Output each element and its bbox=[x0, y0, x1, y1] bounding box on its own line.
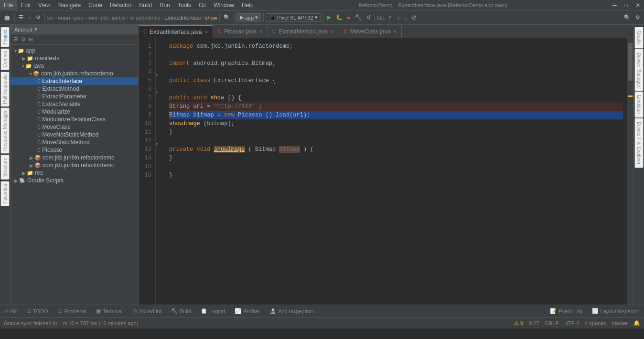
fold-btn-5[interactable]: ▾ bbox=[156, 73, 158, 78]
tab-extractinterface[interactable]: C ExtractInterface.java × bbox=[139, 25, 213, 38]
bottom-tab-app-inspection[interactable]: 🔬 App Inspection bbox=[265, 305, 318, 318]
sync-button[interactable]: ↺ bbox=[365, 13, 373, 21]
sidebar-item-resource-manager[interactable]: Resource Manager bbox=[0, 107, 10, 154]
status-line-ending[interactable]: CRLF bbox=[545, 320, 558, 326]
menu-file[interactable]: File bbox=[0, 0, 17, 11]
git-history-btn[interactable]: ⏱ bbox=[410, 14, 419, 21]
tree-item-pkg2[interactable]: ▶ 📦 com.jkb.junbin.refactordemo bbox=[11, 154, 138, 161]
bottom-tab-logcat[interactable]: 📋 Logcat bbox=[196, 305, 230, 318]
menu-git[interactable]: Git bbox=[195, 0, 210, 11]
status-branch[interactable]: master bbox=[612, 320, 628, 326]
tree-item-modularize[interactable]: C Modularize bbox=[11, 108, 138, 116]
window-minimize[interactable]: ─ bbox=[609, 0, 621, 11]
bottom-tab-profiler[interactable]: 📈 Profiler bbox=[230, 305, 265, 318]
tree-arrow-pkg1[interactable]: ▾ bbox=[30, 71, 32, 76]
menu-view[interactable]: View bbox=[34, 0, 54, 11]
tab-close-extractinterface[interactable]: × bbox=[205, 29, 208, 35]
menu-build[interactable]: Build bbox=[135, 0, 156, 11]
window-close[interactable]: ✕ bbox=[632, 0, 644, 11]
tree-item-extractinterface[interactable]: C ExtractInterface bbox=[11, 77, 138, 85]
tree-item-movestaticmethod[interactable]: C MoveStaticMethod bbox=[11, 138, 138, 146]
panel-toolbar-btn1[interactable]: ☰ bbox=[12, 35, 19, 43]
panel-toolbar-btn2[interactable]: ⚙ bbox=[20, 35, 27, 43]
tab-close-picasso[interactable]: × bbox=[259, 29, 262, 34]
tree-item-app[interactable]: ▾ 📁 app bbox=[11, 47, 138, 54]
tab-moveclass[interactable]: C MoveClass.java × bbox=[339, 25, 402, 38]
toolbar-settings-icon[interactable]: ⚙ bbox=[34, 13, 43, 21]
right-panel-gradle[interactable]: Gradle bbox=[634, 27, 644, 49]
scrollbar-thumb[interactable] bbox=[628, 43, 633, 81]
status-encoding[interactable]: UTF-8 bbox=[564, 320, 579, 326]
code-editor[interactable]: 1 2 3 4 5 6 7 8 9 10 11 12 13 14 15 16 ▾… bbox=[139, 38, 633, 305]
menu-edit[interactable]: Edit bbox=[17, 0, 34, 11]
tree-item-extractparameter[interactable]: C ExtractParameter bbox=[11, 93, 138, 100]
breadcrumb-main[interactable]: main bbox=[58, 15, 70, 21]
window-maximize[interactable]: □ bbox=[621, 0, 632, 11]
bottom-tab-event-log[interactable]: 📝 Event Log bbox=[545, 305, 587, 318]
tree-arrow-pkg2[interactable]: ▶ bbox=[30, 155, 33, 160]
stop-button[interactable]: ■ bbox=[345, 14, 353, 21]
breadcrumb-junbin[interactable]: junbin bbox=[112, 15, 126, 21]
git-pull-btn[interactable]: ↓ bbox=[403, 14, 409, 21]
tree-item-manifests[interactable]: ▶ 📁 manifests bbox=[11, 54, 138, 62]
tree-arrow-manifests[interactable]: ▶ bbox=[22, 56, 26, 61]
tab-extractmethod[interactable]: C ExtractMethod.java × bbox=[268, 25, 339, 38]
tree-item-pkg1[interactable]: ▾ 📦 com.jkb.junbin.refactordemo bbox=[11, 70, 138, 77]
tree-item-gradle[interactable]: ▶ 🐘 Gradle Scripts bbox=[11, 177, 138, 184]
sidebar-item-commit[interactable]: Commit bbox=[0, 48, 10, 70]
status-position[interactable]: 9:27 bbox=[529, 320, 539, 326]
breadcrumb-src[interactable]: src bbox=[47, 15, 54, 21]
tree-item-java[interactable]: ▾ 📁 java bbox=[11, 62, 138, 70]
tree-item-modularizerelation[interactable]: C ModularizeRelationClass bbox=[11, 116, 138, 123]
fold-btn-13[interactable]: ▾ bbox=[156, 141, 158, 147]
breadcrumb-extract-interface[interactable]: ExtractInterface bbox=[164, 15, 201, 21]
right-panel-emulator[interactable]: Emulator bbox=[634, 91, 644, 118]
app-dropdown[interactable]: ▶ app ▾ bbox=[236, 13, 261, 21]
bottom-tab-sonarlint[interactable]: ◎ SonarLint bbox=[128, 305, 166, 318]
menu-navigate[interactable]: Navigate bbox=[54, 0, 85, 11]
search-everywhere-btn[interactable]: 🔍 bbox=[622, 13, 633, 21]
tree-item-extractmethod[interactable]: C ExtractMethod bbox=[11, 85, 138, 93]
warnings-badge[interactable]: ⚠ 5 bbox=[514, 320, 523, 326]
breadcrumb-show[interactable]: show bbox=[205, 15, 217, 21]
tab-picasso[interactable]: C Picasso.java × bbox=[213, 25, 268, 38]
bottom-tab-todo[interactable]: ☑ TODO bbox=[21, 305, 53, 318]
panel-toolbar-btn3[interactable]: ⊞ bbox=[28, 35, 34, 43]
bottom-tab-build[interactable]: 🔨 Build bbox=[166, 305, 196, 318]
menu-code[interactable]: Code bbox=[85, 0, 106, 11]
debug-button[interactable]: 🐛 bbox=[334, 13, 344, 21]
git-commit-btn[interactable]: ✓ bbox=[386, 13, 394, 21]
menu-tools[interactable]: Tools bbox=[174, 0, 195, 11]
tree-arrow-pkg3[interactable]: ▶ bbox=[30, 163, 33, 168]
tree-item-res[interactable]: ▶ 📁 res bbox=[11, 169, 138, 177]
tree-arrow-res[interactable]: ▶ bbox=[22, 170, 26, 176]
bottom-tab-terminal[interactable]: ▣ Terminal bbox=[91, 305, 128, 318]
menu-window[interactable]: Window bbox=[210, 0, 238, 11]
status-indent[interactable]: 4 spaces bbox=[585, 320, 606, 326]
build-button[interactable]: 🔨 bbox=[353, 13, 364, 21]
sidebar-item-pull-requests[interactable]: Pull Requests bbox=[0, 72, 10, 107]
menu-help[interactable]: Help bbox=[238, 0, 258, 11]
tab-close-moveclass[interactable]: × bbox=[393, 29, 396, 34]
bottom-tab-git[interactable]: ⑂ Git bbox=[0, 305, 21, 318]
breadcrumb-refactordemo[interactable]: refactordemo bbox=[129, 15, 161, 21]
status-notifications[interactable]: 🔔 bbox=[633, 320, 640, 326]
tree-item-pkg3[interactable]: ▶ 📦 com.jkb.junbin.refactordemo bbox=[11, 161, 138, 169]
toolbar-android-icon[interactable]: 🤖 bbox=[2, 13, 12, 21]
bottom-tab-problems[interactable]: ⚠ Problems bbox=[53, 305, 91, 318]
run-button[interactable]: ▶ bbox=[325, 13, 333, 21]
breadcrumb-jkb[interactable]: jkb bbox=[101, 15, 108, 21]
tree-item-moveclass[interactable]: C MoveClass bbox=[11, 123, 138, 131]
fold-btn-7[interactable]: ▾ bbox=[156, 90, 158, 95]
menu-run[interactable]: Run bbox=[156, 0, 174, 11]
tab-close-extractmethod[interactable]: × bbox=[331, 29, 333, 34]
tree-item-extractvariable[interactable]: C ExtractVariable bbox=[11, 100, 138, 108]
tree-arrow-app[interactable]: ▾ bbox=[14, 48, 17, 53]
menu-refactor[interactable]: Refactor bbox=[106, 0, 135, 11]
sdk-dropdown[interactable]: 📱 Pixel XL API 32 ▾ bbox=[266, 13, 321, 21]
sidebar-item-favorites[interactable]: Favorites bbox=[0, 181, 10, 206]
sidebar-item-project[interactable]: Project bbox=[0, 27, 10, 47]
bottom-tab-layout-inspector[interactable]: ⬜ Layout Inspector bbox=[587, 305, 644, 318]
right-panel-device-file-explorer[interactable]: Device File Explorer bbox=[634, 118, 644, 168]
breadcrumb-java[interactable]: java bbox=[74, 15, 84, 21]
